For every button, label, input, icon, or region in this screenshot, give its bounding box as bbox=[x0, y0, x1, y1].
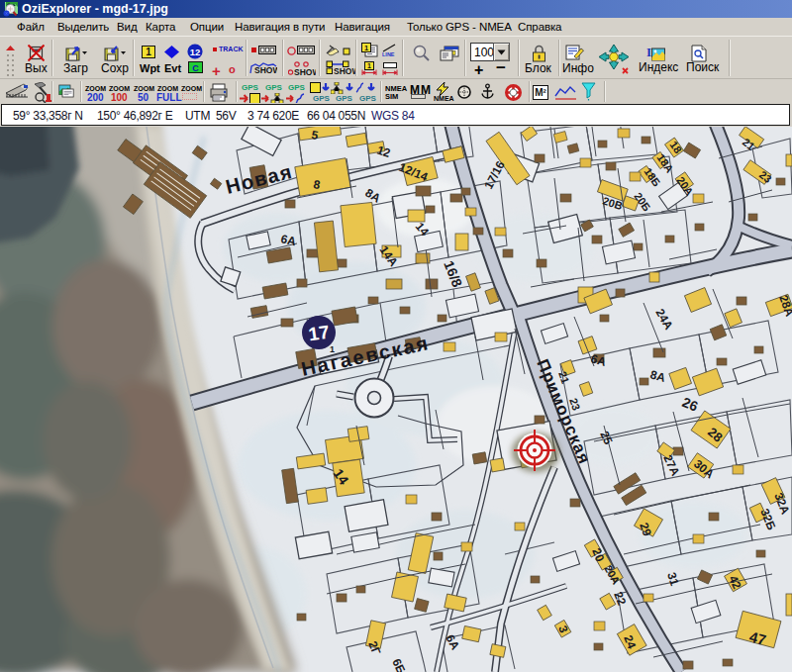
svg-text:17: 17 bbox=[307, 322, 331, 345]
svg-text:SHOW: SHOW bbox=[294, 67, 316, 75]
svg-text:12: 12 bbox=[190, 47, 201, 57]
svg-text:C: C bbox=[192, 63, 199, 73]
svg-text:I: I bbox=[646, 45, 651, 59]
svg-text:SHOW: SHOW bbox=[334, 66, 355, 75]
svg-text:1: 1 bbox=[367, 62, 371, 69]
svg-text:1: 1 bbox=[364, 44, 368, 52]
svg-text:LINE: LINE bbox=[382, 51, 395, 57]
svg-text:SHOW: SHOW bbox=[254, 65, 277, 74]
svg-text:1: 1 bbox=[146, 47, 151, 57]
svg-text:1: 1 bbox=[330, 344, 335, 354]
